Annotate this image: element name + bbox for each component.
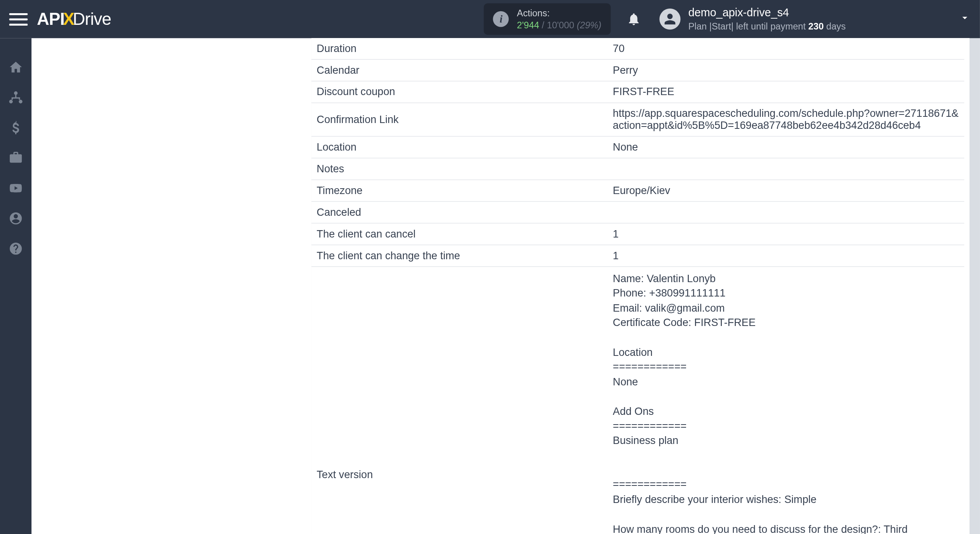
layout: Duration70CalendarPerryDiscount couponFI… xyxy=(0,38,980,534)
field-value: https://app.squarespacescheduling.com/sc… xyxy=(613,108,959,132)
field-value: FIRST-FREE xyxy=(613,86,959,98)
user-name: demo_apix-drive_s4 xyxy=(688,6,846,20)
main-area: Duration70CalendarPerryDiscount couponFI… xyxy=(31,38,980,534)
field-value: Name: Valentin Lonyb Phone: +38099111111… xyxy=(613,272,959,534)
field-label: Timezone xyxy=(316,185,613,197)
field-value: 1 xyxy=(613,228,959,240)
home-icon[interactable] xyxy=(8,59,24,75)
data-row: Confirmation Linkhttps://app.squarespace… xyxy=(311,103,964,137)
connections-icon[interactable] xyxy=(8,90,24,106)
logo-x: X xyxy=(63,9,74,29)
data-row: The client can cancel1 xyxy=(311,224,964,245)
briefcase-icon[interactable] xyxy=(8,150,24,166)
data-row-text-version: Text versionName: Valentin Lonyb Phone: … xyxy=(311,267,964,534)
info-icon: i xyxy=(493,11,509,27)
field-value: None xyxy=(613,141,959,153)
data-row: Discount couponFIRST-FREE xyxy=(311,81,964,103)
field-label: The client can change the time xyxy=(316,250,613,262)
field-value xyxy=(613,163,959,175)
field-label: Text version xyxy=(316,272,613,481)
field-value: 1 xyxy=(613,250,959,262)
field-label: Discount coupon xyxy=(316,86,613,98)
data-row: CalendarPerry xyxy=(311,60,964,81)
field-label: Notes xyxy=(316,163,613,175)
field-value: Europe/Kiev xyxy=(613,185,959,197)
user-plan: Plan |Start| left until payment 230 days xyxy=(688,20,846,32)
notifications-icon[interactable] xyxy=(626,12,641,26)
data-row: TimezoneEurope/Kiev xyxy=(311,180,964,202)
data-row: LocationNone xyxy=(311,137,964,159)
field-value: 70 xyxy=(613,43,959,55)
data-row: Notes xyxy=(311,158,964,180)
actions-count: 2'944 / 10'000 (29%) xyxy=(517,19,601,31)
field-label: Calendar xyxy=(316,64,613,76)
user-text: demo_apix-drive_s4 Plan |Start| left unt… xyxy=(688,6,846,32)
sidebar xyxy=(0,38,31,534)
logo[interactable]: APIXDrive xyxy=(37,9,111,29)
actions-text: Actions: 2'944 / 10'000 (29%) xyxy=(517,7,601,31)
help-icon[interactable] xyxy=(8,241,24,257)
menu-toggle-icon[interactable] xyxy=(9,10,28,28)
field-value xyxy=(613,206,959,218)
data-panel: Duration70CalendarPerryDiscount couponFI… xyxy=(311,38,970,534)
data-row: The client can change the time1 xyxy=(311,245,964,267)
youtube-icon[interactable] xyxy=(8,180,24,196)
app-header: APIXDrive i Actions: 2'944 / 10'000 (29%… xyxy=(0,0,980,38)
actions-label: Actions: xyxy=(517,7,601,19)
billing-icon[interactable] xyxy=(8,120,24,135)
field-label: Duration xyxy=(316,43,613,55)
left-panel xyxy=(31,38,311,534)
data-table: Duration70CalendarPerryDiscount couponFI… xyxy=(311,38,964,534)
data-row: Duration70 xyxy=(311,38,964,60)
actions-widget[interactable]: i Actions: 2'944 / 10'000 (29%) xyxy=(484,3,611,35)
field-label: Location xyxy=(316,141,613,153)
chevron-down-icon xyxy=(959,12,971,26)
field-value: Perry xyxy=(613,64,959,76)
data-row: Canceled xyxy=(311,202,964,224)
profile-icon[interactable] xyxy=(8,210,24,226)
field-label: The client can cancel xyxy=(316,228,613,240)
field-label: Confirmation Link xyxy=(316,114,613,126)
user-menu[interactable]: demo_apix-drive_s4 Plan |Start| left unt… xyxy=(659,6,971,32)
logo-api: API xyxy=(37,9,64,29)
field-label: Canceled xyxy=(316,206,613,218)
logo-drive: Drive xyxy=(73,9,111,29)
avatar-icon xyxy=(659,9,680,29)
